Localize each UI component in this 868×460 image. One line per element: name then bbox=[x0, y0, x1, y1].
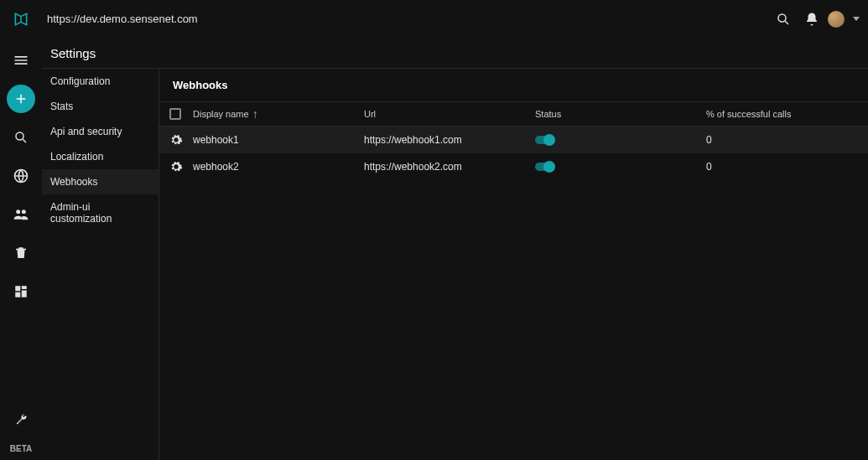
page-header: Settings bbox=[42, 38, 868, 69]
globe-icon[interactable] bbox=[7, 162, 35, 190]
column-header-status[interactable]: Status bbox=[535, 109, 706, 119]
wrench-icon[interactable] bbox=[7, 406, 35, 434]
panel-title: Webhooks bbox=[159, 69, 868, 101]
sort-ascending-icon: ↑ bbox=[252, 107, 258, 121]
people-icon[interactable] bbox=[7, 200, 35, 229]
svg-point-2 bbox=[16, 132, 23, 140]
topbar: https://dev.demo.sensenet.com bbox=[0, 0, 868, 38]
url-display: https://dev.demo.sensenet.com bbox=[42, 13, 766, 25]
left-rail: BETA bbox=[0, 38, 42, 460]
status-toggle[interactable] bbox=[535, 163, 555, 171]
row-name: webhook1 bbox=[193, 134, 364, 146]
select-all-checkbox[interactable] bbox=[169, 108, 181, 120]
row-url: https://webhook2.com bbox=[364, 161, 535, 173]
column-header-url[interactable]: Url bbox=[364, 109, 535, 119]
table-row[interactable]: webhook2 https://webhook2.com 0 bbox=[159, 153, 868, 180]
gear-icon[interactable] bbox=[169, 160, 193, 173]
svg-line-1 bbox=[785, 21, 788, 24]
table-header: Display name ↑ Url Status % of successfu… bbox=[159, 101, 868, 127]
dashboard-icon[interactable] bbox=[7, 277, 35, 306]
row-name: webhook2 bbox=[193, 161, 364, 173]
trash-icon[interactable] bbox=[7, 239, 35, 267]
svg-line-3 bbox=[23, 139, 26, 142]
webhooks-panel: Webhooks Display name ↑ Url Status % of … bbox=[159, 69, 868, 460]
user-dropdown-icon[interactable] bbox=[853, 17, 860, 21]
svg-point-0 bbox=[778, 14, 786, 22]
settings-sidebar: Configuration Stats Api and security Loc… bbox=[42, 69, 159, 460]
row-pct: 0 bbox=[706, 134, 858, 146]
sidebar-item-stats[interactable]: Stats bbox=[42, 94, 159, 119]
avatar[interactable] bbox=[828, 11, 845, 28]
menu-icon[interactable] bbox=[7, 46, 35, 75]
column-header-pct[interactable]: % of successful calls bbox=[706, 109, 858, 119]
gear-icon[interactable] bbox=[169, 133, 193, 147]
sidebar-item-localization[interactable]: Localization bbox=[42, 144, 159, 169]
beta-label: BETA bbox=[10, 444, 32, 453]
notifications-icon[interactable] bbox=[804, 12, 819, 27]
sidebar-item-api-security[interactable]: Api and security bbox=[42, 119, 159, 144]
add-button[interactable] bbox=[7, 85, 35, 113]
rail-search-icon[interactable] bbox=[7, 123, 35, 152]
app-logo[interactable] bbox=[0, 0, 42, 38]
page-title: Settings bbox=[50, 46, 96, 60]
sidebar-item-admin-ui[interactable]: Admin-ui customization bbox=[42, 194, 159, 231]
row-url: https://webhook1.com bbox=[364, 134, 535, 146]
sidebar-item-configuration[interactable]: Configuration bbox=[42, 69, 159, 94]
column-header-name[interactable]: Display name ↑ bbox=[193, 107, 364, 121]
search-button[interactable] bbox=[766, 12, 801, 27]
row-pct: 0 bbox=[706, 161, 858, 173]
table-row[interactable]: webhook1 https://webhook1.com 0 bbox=[159, 127, 868, 153]
sidebar-item-webhooks[interactable]: Webhooks bbox=[42, 169, 159, 194]
status-toggle[interactable] bbox=[535, 136, 555, 144]
